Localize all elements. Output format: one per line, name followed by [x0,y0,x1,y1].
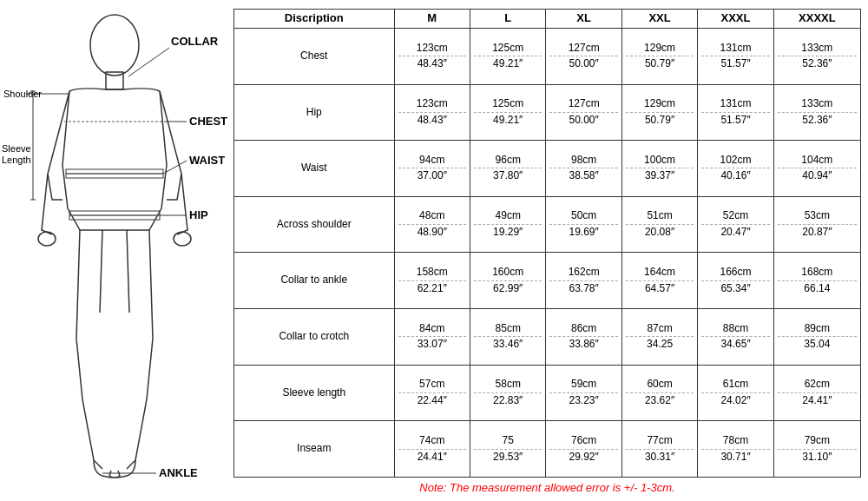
col-header-m: M [394,10,470,29]
value-cell: 100cm39.37″ [621,141,697,197]
table-row: Collar to crotch84cm33.07″85cm33.46″86cm… [234,309,861,366]
value-cell: 7529.53″ [470,421,545,478]
desc-cell: Hip [234,84,395,141]
col-header-xxl: XXL [621,10,697,29]
value-cell: 57cm22.44″ [394,365,470,421]
col-header-xl: XL [546,10,621,29]
value-cell: 94cm37.00″ [394,141,470,197]
value-cell: 53cm20.87″ [773,196,860,253]
svg-point-0 [90,15,139,76]
table-panel: Discription M L XL XXL XXXL XXXXL Chest1… [230,0,868,501]
value-cell: 59cm23.23″ [546,365,621,421]
measurement-note: Note: The measurement allowed error is +… [233,481,861,494]
value-cell: 49cm19.29″ [470,196,545,253]
svg-text:HIP: HIP [189,208,208,221]
svg-point-22 [38,232,56,246]
table-row: Chest123cm48.43″125cm49.21″127cm50.00″12… [234,28,861,84]
desc-cell: Collar to ankle [234,253,395,309]
desc-cell: Sleeve length [234,365,395,421]
col-header-xxxl: XXXL [698,10,773,29]
value-cell: 96cm37.80″ [470,141,545,197]
desc-cell: Chest [234,28,395,84]
value-cell: 77cm30.31″ [621,421,697,478]
value-cell: 89cm35.04 [773,309,860,366]
value-cell: 84cm33.07″ [394,309,470,366]
figure-panel: COLLAR Shoulder CHEST WAIST HIP [0,0,230,501]
main-container: COLLAR Shoulder CHEST WAIST HIP [0,0,868,501]
value-cell: 129cm50.79″ [621,84,697,141]
value-cell: 76cm29.92″ [546,421,621,478]
value-cell: 87cm34.25 [621,309,697,366]
table-row: Inseam74cm24.41″7529.53″76cm29.92″77cm30… [234,421,861,478]
value-cell: 123cm48.43″ [394,28,470,84]
value-cell: 166cm65.34″ [698,253,773,309]
svg-text:CHEST: CHEST [189,115,227,128]
value-cell: 98cm38.58″ [546,141,621,197]
value-cell: 129cm50.79″ [621,28,697,84]
table-row: Waist94cm37.00″96cm37.80″98cm38.58″100cm… [234,141,861,197]
value-cell: 127cm50.00″ [546,28,621,84]
svg-point-23 [174,232,191,246]
col-header-desc: Discription [234,10,395,29]
value-cell: 164cm64.57″ [621,253,697,309]
value-cell: 48cm48.90″ [394,196,470,253]
svg-text:COLLAR: COLLAR [171,35,219,48]
value-cell: 160cm62.99″ [470,253,545,309]
value-cell: 51cm20.08″ [621,196,697,253]
value-cell: 133cm52.36″ [773,84,860,141]
col-header-l: L [470,10,545,29]
desc-cell: Across shoulder [234,196,395,253]
value-cell: 78cm30.71″ [698,421,773,478]
value-cell: 88cm34.65″ [698,309,773,366]
svg-text:ANKLE: ANKLE [159,466,198,479]
table-row: Collar to ankle158cm62.21″160cm62.99″162… [234,253,861,309]
value-cell: 125cm49.21″ [470,84,545,141]
desc-cell: Inseam [234,421,395,478]
value-cell: 104cm40.94″ [773,141,860,197]
value-cell: 133cm52.36″ [773,28,860,84]
value-cell: 123cm48.43″ [394,84,470,141]
value-cell: 50cm19.69″ [546,196,621,253]
value-cell: 131cm51.57″ [698,28,773,84]
size-table: Discription M L XL XXL XXXL XXXXL Chest1… [233,9,861,478]
value-cell: 86cm33.86″ [546,309,621,366]
value-cell: 131cm51.57″ [698,84,773,141]
value-cell: 52cm20.47″ [698,196,773,253]
value-cell: 168cm66.14 [773,253,860,309]
value-cell: 61cm24.02″ [698,365,773,421]
svg-text:Sleeve: Sleeve [2,143,31,154]
value-cell: 158cm62.21″ [394,253,470,309]
value-cell: 58cm22.83″ [470,365,545,421]
desc-cell: Collar to crotch [234,309,395,366]
col-header-xxxxl: XXXXL [773,10,860,29]
table-row: Sleeve length57cm22.44″58cm22.83″59cm23.… [234,365,861,421]
value-cell: 85cm33.46″ [470,309,545,366]
svg-text:WAIST: WAIST [189,154,225,167]
svg-text:Length: Length [2,155,31,165]
value-cell: 125cm49.21″ [470,28,545,84]
value-cell: 162cm63.78″ [546,253,621,309]
table-row: Hip123cm48.43″125cm49.21″127cm50.00″129c… [234,84,861,141]
value-cell: 102cm40.16″ [698,141,773,197]
desc-cell: Waist [234,141,395,197]
value-cell: 79cm31.10″ [773,421,860,478]
value-cell: 127cm50.00″ [546,84,621,141]
table-row: Across shoulder48cm48.90″49cm19.29″50cm1… [234,196,861,253]
svg-text:Shoulder: Shoulder [3,89,42,99]
value-cell: 60cm23.62″ [621,365,697,421]
value-cell: 74cm24.41″ [394,421,470,478]
value-cell: 62cm24.41″ [773,365,860,421]
